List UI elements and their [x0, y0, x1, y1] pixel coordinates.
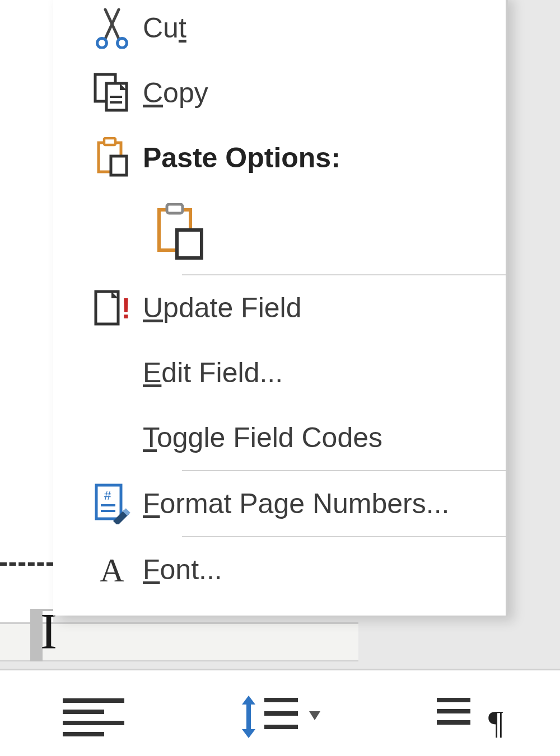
svg-text:A: A: [100, 552, 124, 588]
svg-point-0: [97, 39, 107, 48]
font-icon: A: [81, 551, 143, 588]
menu-header-paste-options: Paste Options:: [53, 125, 506, 190]
svg-point-1: [118, 39, 127, 48]
cut-icon: [81, 7, 143, 49]
svg-rect-11: [177, 230, 202, 258]
menu-item-edit-field[interactable]: Edit Field...: [53, 340, 506, 405]
paste-options-gallery: [53, 190, 506, 274]
paste-icon: [81, 137, 143, 179]
menu-item-format-page-numbers[interactable]: # Format Page Numbers...: [53, 471, 506, 536]
menu-label: Font...: [143, 553, 222, 586]
page-break-indicator: [0, 562, 53, 566]
menu-item-copy[interactable]: Copy: [53, 60, 506, 125]
update-field-icon: !: [81, 287, 143, 328]
menu-label: Edit Field...: [143, 356, 283, 389]
menu-item-toggle-field-codes[interactable]: Toggle Field Codes: [53, 405, 506, 470]
svg-text:#: #: [104, 489, 111, 503]
page-number-icon: #: [81, 483, 143, 524]
menu-label: Cut: [143, 12, 186, 44]
svg-rect-10: [167, 204, 183, 213]
bottom-toolbar-fragment: ¶: [0, 669, 560, 756]
menu-label: Update Field: [143, 292, 302, 324]
menu-label: Toggle Field Codes: [143, 421, 382, 454]
menu-item-cut[interactable]: Cut: [53, 0, 506, 60]
paragraph-marks-button[interactable]: ¶: [374, 670, 560, 756]
svg-text:¶: ¶: [488, 704, 503, 739]
svg-rect-7: [104, 138, 115, 145]
align-left-button[interactable]: [0, 670, 186, 756]
svg-rect-8: [111, 156, 127, 175]
paste-option-keep-source[interactable]: [144, 198, 213, 267]
menu-item-font[interactable]: A Font...: [53, 537, 506, 602]
menu-label: Copy: [143, 77, 208, 109]
menu-item-update-field[interactable]: ! Update Field: [53, 275, 506, 340]
document-page-edge: [0, 0, 53, 658]
menu-label: Format Page Numbers...: [143, 487, 449, 520]
copy-icon: [81, 72, 143, 114]
line-spacing-button[interactable]: [186, 670, 373, 756]
svg-text:!: !: [121, 292, 130, 325]
context-menu: Cut Copy Paste Options:: [53, 0, 508, 616]
menu-label: Paste Options:: [143, 142, 340, 174]
